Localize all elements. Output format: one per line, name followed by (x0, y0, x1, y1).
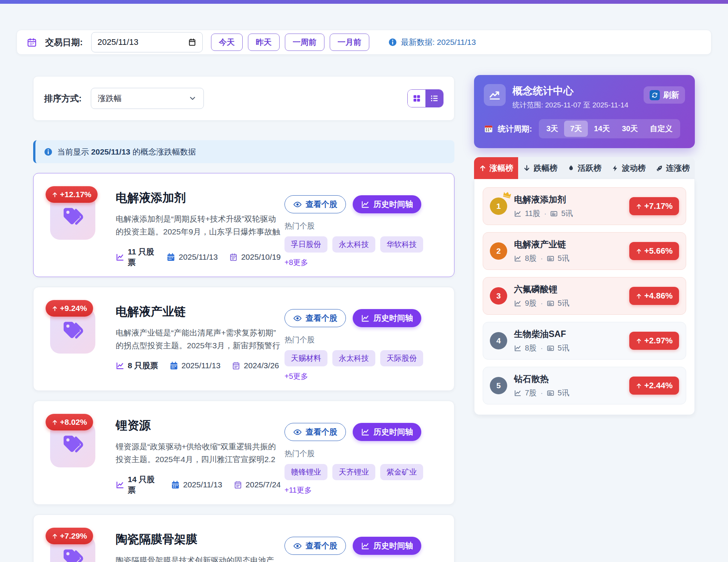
grid-view-button[interactable] (408, 90, 425, 107)
period-14d[interactable]: 14天 (588, 121, 616, 137)
info-icon (388, 38, 397, 47)
rank-news: 5讯 (547, 298, 569, 308)
view-stocks-button[interactable]: 查看个股 (284, 195, 346, 213)
list-view-button[interactable] (425, 90, 443, 107)
stock-tag[interactable]: 孚日股份 (284, 236, 327, 253)
update-date: 2025/11/13 (170, 361, 221, 370)
arrow-up-icon (52, 533, 58, 539)
month-ago-button[interactable]: 一月前 (330, 34, 369, 51)
change-badge: +7.29% (46, 528, 93, 544)
chart-line-icon (116, 481, 124, 489)
date-input[interactable]: 2025/11/13 (91, 32, 203, 52)
rank-item[interactable]: 5 钻石散热 7股 5讯 +2.44% (483, 367, 686, 404)
stock-tag[interactable]: 天赐材料 (284, 350, 327, 366)
stock-tag[interactable]: 永太科技 (332, 236, 375, 253)
tab-losers[interactable]: 跌幅榜 (518, 157, 562, 179)
eye-icon (293, 314, 302, 323)
more-stocks-link[interactable]: +11更多 (284, 485, 312, 495)
stock-tag[interactable]: 天齐锂业 (332, 464, 375, 480)
stock-tag[interactable]: 天际股份 (380, 350, 423, 366)
news-icon (547, 255, 554, 262)
change-badge: +12.17% (46, 186, 98, 203)
stock-tag[interactable]: 永太科技 (332, 350, 375, 366)
week-ago-button[interactable]: 一周前 (285, 34, 324, 51)
sort-toolbar: 排序方式: 涨跌幅 (33, 76, 454, 121)
arrow-up-icon (479, 164, 486, 172)
concept-card: +9.24% 电解液产业链 电解液产业链是“产能出清尾声+需求复苏初期”的拐点型… (33, 287, 454, 391)
rank-change-badge: +2.44% (629, 377, 679, 395)
tab-volatility[interactable]: 波动榜 (607, 157, 651, 179)
concept-card: +7.29% 陶瓷隔膜骨架膜 陶瓷隔膜骨架膜是技术创新驱动的固态电池产业链β升级… (33, 515, 454, 562)
tab-active[interactable]: 活跃榜 (562, 157, 606, 179)
history-timeline-button[interactable]: 历史时间轴 (353, 195, 421, 213)
stock-tag[interactable]: 紫金矿业 (380, 464, 423, 480)
crown-icon (502, 189, 512, 200)
view-stocks-button[interactable]: 查看个股 (284, 537, 346, 555)
quick-date-buttons: 今天 昨天 一周前 一月前 (211, 34, 369, 51)
arrow-up-icon (52, 419, 58, 426)
history-timeline-button[interactable]: 历史时间轴 (353, 537, 421, 555)
rank-news: 5讯 (547, 253, 569, 263)
stock-tag[interactable]: 赣锋锂业 (284, 464, 327, 480)
rank-stocks: 8股 (514, 343, 537, 353)
rank-number: 3 (490, 287, 507, 305)
tags-icon (62, 320, 84, 342)
rank-title: 六氟磷酸锂 (514, 283, 569, 295)
create-date: 2025/7/24 (234, 480, 281, 489)
rank-item[interactable]: 3 六氟磷酸锂 9股 5讯 +4.86% (483, 277, 686, 315)
view-stocks-button[interactable]: 查看个股 (284, 423, 346, 441)
period-3d[interactable]: 3天 (540, 121, 564, 137)
arrow-up-icon (636, 293, 642, 299)
current-view-banner: 当前显示 2025/11/13 的概念涨跌幅数据 (33, 140, 454, 163)
eye-icon (293, 428, 302, 436)
concept-title: 锂资源 (116, 418, 281, 433)
period-30d[interactable]: 30天 (616, 121, 644, 137)
rank-item[interactable]: 2 电解液产业链 8股 5讯 +5.66% (483, 232, 686, 270)
view-stocks-button[interactable]: 查看个股 (284, 309, 346, 327)
period-custom[interactable]: 自定义 (644, 121, 679, 137)
hot-stocks-label: 热门个股 (284, 449, 443, 459)
calendar-icon (167, 253, 175, 262)
rank-change-badge: +7.17% (629, 197, 679, 215)
trend-chart-icon (484, 84, 506, 106)
trade-date-toolbar: 交易日期: 2025/11/13 今天 昨天 一周前 一月前 最新数据: 202… (17, 30, 711, 55)
rank-number: 4 (490, 332, 507, 349)
refresh-button[interactable]: 刷新 (644, 86, 685, 104)
news-icon (550, 210, 558, 217)
list-icon (430, 94, 439, 103)
more-stocks-link[interactable]: +5更多 (284, 371, 308, 381)
arrow-down-icon (523, 164, 531, 172)
rank-title: 电解液添加剂 (514, 194, 573, 205)
chevron-down-icon (188, 94, 197, 103)
rank-number: 1 (490, 198, 507, 215)
tab-gainers[interactable]: 涨幅榜 (474, 157, 518, 179)
latest-data-note: 最新数据: 2025/11/13 (388, 37, 476, 47)
calendar-icon (484, 124, 493, 133)
news-icon (547, 300, 554, 307)
clipboard-date-icon (229, 253, 238, 262)
tags-icon (62, 548, 84, 562)
concept-description: 锂资源是“政策驱动+供给收缩”双重逻辑共振的投资主题。2025年4月，四川雅江官… (116, 440, 281, 466)
change-badge: +8.02% (46, 414, 93, 430)
concept-card: +8.02% 锂资源 锂资源是“政策驱动+供给收缩”双重逻辑共振的投资主题。20… (33, 401, 454, 505)
more-stocks-link[interactable]: +8更多 (284, 257, 308, 268)
chart-line-icon (361, 542, 370, 550)
today-button[interactable]: 今天 (211, 34, 243, 51)
period-7d[interactable]: 7天 (564, 121, 588, 137)
sort-label: 排序方式: (44, 93, 82, 104)
period-label: 统计周期: (498, 124, 532, 134)
rank-number: 5 (490, 377, 507, 394)
concept-description: 陶瓷隔膜骨架膜是技术创新驱动的固态电池产业链β升级主题。2025年6月，Quan… (116, 554, 281, 562)
yesterday-button[interactable]: 昨天 (248, 34, 280, 51)
sort-select[interactable]: 涨跌幅 (91, 88, 204, 109)
stock-tag[interactable]: 华软科技 (380, 236, 423, 253)
history-timeline-button[interactable]: 历史时间轴 (353, 309, 421, 327)
tab-streak[interactable]: 连涨榜 (651, 157, 695, 179)
grid-icon (412, 94, 421, 103)
rank-item[interactable]: 1 电解液添加剂 11股 5讯 +7.17% (483, 187, 686, 225)
date-picker-icon[interactable] (188, 38, 196, 46)
stock-count: 8 只股票 (116, 360, 158, 371)
rank-title: 电解液产业链 (514, 239, 569, 250)
rank-item[interactable]: 4 生物柴油SAF 8股 5讯 +2.97% (483, 322, 686, 360)
history-timeline-button[interactable]: 历史时间轴 (353, 423, 421, 441)
